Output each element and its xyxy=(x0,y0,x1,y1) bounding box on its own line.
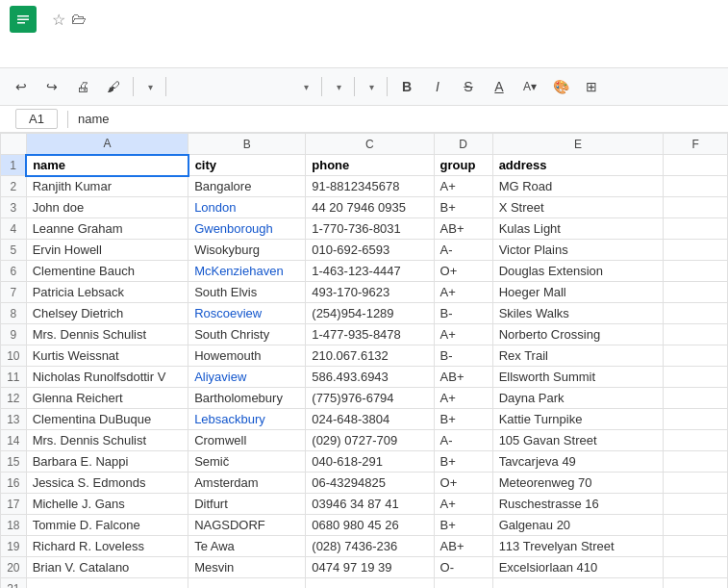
cell-c16[interactable]: 06-43294825 xyxy=(306,473,434,494)
cell-b11[interactable]: Aliyaview xyxy=(188,367,306,388)
cell-f2[interactable] xyxy=(664,176,728,197)
cell-c9[interactable]: 1-477-935-8478 xyxy=(306,324,434,345)
cell-b6[interactable]: McKenziehaven xyxy=(188,261,306,282)
cell-c4[interactable]: 1-770-736-8031 xyxy=(306,218,434,240)
folder-icon[interactable]: 🗁 xyxy=(71,11,87,28)
cell-b9[interactable]: South Christy xyxy=(188,324,306,345)
col-header-f[interactable]: F xyxy=(664,134,728,155)
cell-a12[interactable]: Glenna Reichert xyxy=(26,388,188,409)
menu-insert[interactable] xyxy=(73,49,92,57)
textcolor-button[interactable]: A▾ xyxy=(516,73,543,100)
cell-e20[interactable]: Excelsiorlaan 410 xyxy=(492,557,664,578)
cell-e10[interactable]: Rex Trail xyxy=(492,345,664,367)
cell-a21[interactable] xyxy=(26,578,188,589)
cell-f16[interactable] xyxy=(664,473,728,494)
cell-a10[interactable]: Kurtis Weissnat xyxy=(26,345,188,367)
cell-e7[interactable]: Hoeger Mall xyxy=(492,282,664,303)
cell-a6[interactable]: Clementine Bauch xyxy=(26,261,188,282)
star-icon[interactable]: ☆ xyxy=(52,11,65,29)
col-header-c[interactable]: C xyxy=(306,134,434,155)
cell-b16[interactable]: Amsterdam xyxy=(188,473,306,494)
font-dropdown[interactable]: ▾ xyxy=(328,79,348,95)
cell-e4[interactable]: Kulas Light xyxy=(492,218,664,240)
menu-help[interactable] xyxy=(179,49,198,57)
cell-c14[interactable]: (029) 0727-709 xyxy=(306,430,434,451)
cell-a14[interactable]: Mrs. Dennis Schulist xyxy=(26,430,188,451)
decimal-more-button[interactable] xyxy=(264,73,291,100)
paint-format-button[interactable]: 🖌 xyxy=(100,73,127,100)
borders-button[interactable]: ⊞ xyxy=(578,73,605,100)
undo-button[interactable]: ↩ xyxy=(8,73,35,100)
cell-a4[interactable]: Leanne Graham xyxy=(26,218,188,240)
cell-d13[interactable]: B+ xyxy=(434,409,492,430)
formula-input[interactable] xyxy=(78,112,720,126)
cell-f1[interactable] xyxy=(664,155,728,176)
cell-c20[interactable]: 0474 97 19 39 xyxy=(306,557,434,578)
cell-c11[interactable]: 586.493.6943 xyxy=(306,367,434,388)
cell-a16[interactable]: Jessica S. Edmonds xyxy=(26,473,188,494)
cell-f11[interactable] xyxy=(664,367,728,388)
cell-d19[interactable]: AB+ xyxy=(434,536,492,557)
cell-b15[interactable]: Semič xyxy=(188,451,306,473)
bold-button[interactable]: B xyxy=(393,73,420,100)
cell-d10[interactable]: B- xyxy=(434,345,492,367)
cell-a7[interactable]: Patricia Lebsack xyxy=(26,282,188,303)
cell-d20[interactable]: O- xyxy=(434,557,492,578)
cell-e2[interactable]: MG Road xyxy=(492,176,664,197)
percent-button[interactable] xyxy=(203,73,230,100)
cell-d14[interactable]: A- xyxy=(434,430,492,451)
strikethrough-button[interactable]: S xyxy=(455,73,482,100)
cell-c3[interactable]: 44 20 7946 0935 xyxy=(306,197,434,218)
cell-f17[interactable] xyxy=(664,494,728,515)
cell-b18[interactable]: NAGSDORF xyxy=(188,515,306,536)
underline-button[interactable]: A xyxy=(486,73,513,100)
cell-a2[interactable]: Ranjith Kumar xyxy=(26,176,188,197)
cell-c6[interactable]: 1-463-123-4447 xyxy=(306,261,434,282)
cell-e12[interactable]: Dayna Park xyxy=(492,388,664,409)
cell-a1[interactable]: name xyxy=(26,155,188,176)
cell-c21[interactable] xyxy=(306,578,434,589)
cell-f19[interactable] xyxy=(664,536,728,557)
cell-b10[interactable]: Howemouth xyxy=(188,345,306,367)
cell-b21[interactable] xyxy=(188,578,306,589)
cell-a19[interactable]: Richard R. Loveless xyxy=(26,536,188,557)
cell-b8[interactable]: Roscoeview xyxy=(188,303,306,324)
fontsize-dropdown[interactable]: ▾ xyxy=(361,79,381,95)
italic-button[interactable]: I xyxy=(424,73,451,100)
cell-a20[interactable]: Brian V. Catalano xyxy=(26,557,188,578)
cell-e21[interactable] xyxy=(492,578,664,589)
fillcolor-button[interactable]: 🎨 xyxy=(547,73,574,100)
cell-d7[interactable]: A+ xyxy=(434,282,492,303)
cell-b1[interactable]: city xyxy=(188,155,306,176)
cell-e18[interactable]: Galgenau 20 xyxy=(492,515,664,536)
menu-format[interactable] xyxy=(94,49,113,57)
cell-c15[interactable]: 040-618-291 xyxy=(306,451,434,473)
cell-d17[interactable]: A+ xyxy=(434,494,492,515)
cell-e19[interactable]: 113 Trevelyan Street xyxy=(492,536,664,557)
cell-d18[interactable]: B+ xyxy=(434,515,492,536)
cell-b17[interactable]: Ditfurt xyxy=(188,494,306,515)
cell-f15[interactable] xyxy=(664,451,728,473)
cell-d12[interactable]: A+ xyxy=(434,388,492,409)
cell-e15[interactable]: Tavcarjeva 49 xyxy=(492,451,664,473)
cell-d21[interactable] xyxy=(434,578,492,589)
cell-c18[interactable]: 0680 980 45 26 xyxy=(306,515,434,536)
cell-f4[interactable] xyxy=(664,218,728,240)
cell-c12[interactable]: (775)976-6794 xyxy=(306,388,434,409)
cell-a17[interactable]: Michelle J. Gans xyxy=(26,494,188,515)
cell-d2[interactable]: A+ xyxy=(434,176,492,197)
cell-f20[interactable] xyxy=(664,557,728,578)
cell-d15[interactable]: B+ xyxy=(434,451,492,473)
menu-view[interactable] xyxy=(52,49,71,57)
cell-b12[interactable]: Bartholomebury xyxy=(188,388,306,409)
cell-e9[interactable]: Norberto Crossing xyxy=(492,324,664,345)
cell-b2[interactable]: Bangalore xyxy=(188,176,306,197)
cell-e6[interactable]: Douglas Extension xyxy=(492,261,664,282)
menu-tools[interactable] xyxy=(137,49,156,57)
currency-button[interactable] xyxy=(172,73,199,100)
menu-file[interactable] xyxy=(10,49,29,57)
cell-b20[interactable]: Mesvin xyxy=(188,557,306,578)
cell-e1[interactable]: address xyxy=(492,155,664,176)
cell-c7[interactable]: 493-170-9623 xyxy=(306,282,434,303)
cell-d8[interactable]: B- xyxy=(434,303,492,324)
